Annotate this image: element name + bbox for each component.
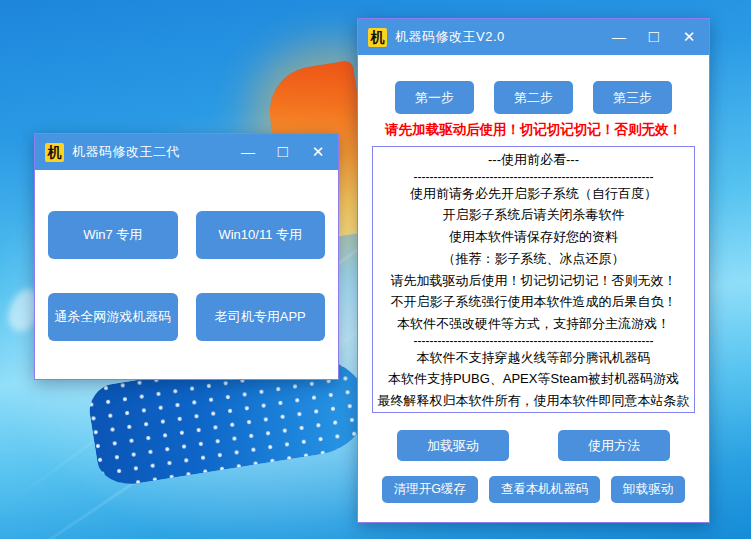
action-buttons-row1: 加载驱动 使用方法: [358, 430, 709, 461]
maximize-icon[interactable]: □: [273, 141, 293, 163]
notice-line: 使用前请务必先开启影子系统（自行百度）: [375, 185, 692, 203]
notice-line: 不开启影子系统强行使用本软件造成的后果自负！: [375, 293, 692, 311]
left-window-title: 机器码修改王二代: [72, 143, 180, 161]
notice-line: 请先加载驱动后使用！切记切记切记！否则无效！: [375, 272, 692, 290]
notice-line: 本软件不支持穿越火线等部分腾讯机器码: [375, 349, 692, 367]
all-games-machine-code-button[interactable]: 通杀全网游戏机器码: [48, 293, 178, 341]
minimize-icon[interactable]: —: [238, 141, 258, 163]
veteran-app-button[interactable]: 老司机专用APP: [196, 293, 326, 341]
app-icon: 机: [368, 28, 387, 47]
notice-line: 使用本软件请保存好您的资料: [375, 228, 692, 246]
step1-button[interactable]: 第一步: [395, 81, 474, 114]
notice-line: ---使用前必看---: [375, 151, 692, 169]
step2-button[interactable]: 第二步: [494, 81, 573, 114]
driver-warning-text: 请先加载驱动后使用！切记切记切记！否则无效！: [358, 121, 709, 139]
window-machine-code-modifier-v2: 机 机器码修改王V2.0 — □ ✕ 第一步 第二步 第三步 请先加载驱动后使用…: [357, 18, 710, 523]
notice-line: （推荐：影子系统、冰点还原）: [375, 250, 692, 268]
step-buttons-row: 第一步 第二步 第三步: [358, 81, 709, 114]
app-icon: 机: [45, 143, 64, 162]
close-icon[interactable]: ✕: [308, 141, 328, 163]
notice-line: 开启影子系统后请关闭杀毒软件: [375, 206, 692, 224]
notice-divider: ----------------------------------------…: [375, 173, 692, 181]
right-window-controls: — □ ✕: [609, 26, 699, 48]
view-machine-code-button[interactable]: 查看本机机器码: [489, 476, 601, 503]
minimize-icon[interactable]: —: [609, 26, 629, 48]
window-machine-code-modifier-gen2: 机 机器码修改王二代 — □ ✕ Win7 专用 Win10/11 专用 通杀全…: [34, 133, 339, 380]
notice-line: 本软件不强改硬件等方式，支持部分主流游戏！: [375, 315, 692, 333]
left-window-body: Win7 专用 Win10/11 专用 通杀全网游戏机器码 老司机专用APP: [35, 170, 338, 341]
close-icon[interactable]: ✕: [679, 26, 699, 48]
clear-cheat-cache-button[interactable]: 清理开G缓存: [382, 476, 478, 503]
action-buttons-row2: 清理开G缓存 查看本机机器码 卸载驱动: [358, 476, 709, 503]
right-window-titlebar[interactable]: 机 机器码修改王V2.0 — □ ✕: [358, 19, 709, 55]
load-driver-button[interactable]: 加载驱动: [397, 430, 509, 461]
desktop-wallpaper: 机 机器码修改王二代 — □ ✕ Win7 专用 Win10/11 专用 通杀全…: [0, 0, 751, 539]
notice-divider: ----------------------------------------…: [375, 337, 692, 345]
win7-button[interactable]: Win7 专用: [48, 211, 178, 259]
left-window-titlebar[interactable]: 机 机器码修改王二代 — □ ✕: [35, 134, 338, 170]
win10-11-button[interactable]: Win10/11 专用: [196, 211, 326, 259]
step3-button[interactable]: 第三步: [593, 81, 672, 114]
notice-line: 本软件支持PUBG、APEX等Steam被封机器码游戏: [375, 370, 692, 388]
usage-notice-box: ---使用前必看--- ----------------------------…: [372, 146, 695, 413]
usage-instructions-button[interactable]: 使用方法: [558, 430, 670, 461]
notice-line: 最终解释权归本软件所有，使用本软件即同意本站条款: [375, 392, 692, 410]
right-window-title: 机器码修改王V2.0: [395, 28, 505, 46]
uninstall-driver-button[interactable]: 卸载驱动: [611, 476, 685, 503]
left-window-controls: — □ ✕: [238, 141, 328, 163]
maximize-icon[interactable]: □: [644, 26, 664, 48]
